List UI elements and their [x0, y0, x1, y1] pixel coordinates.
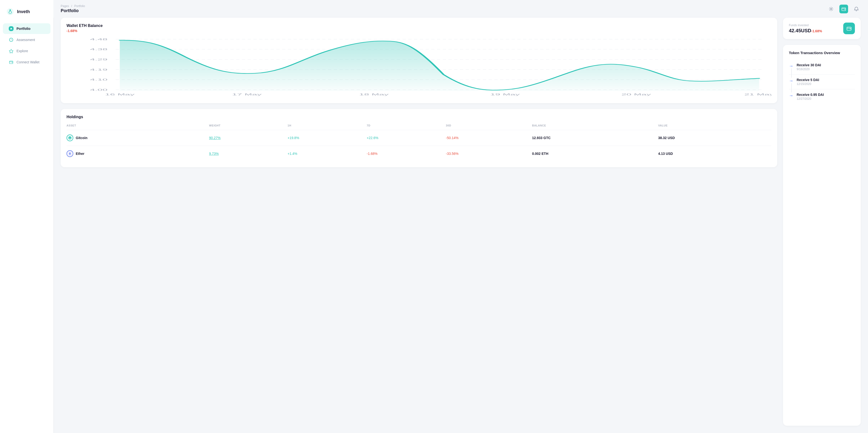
funds-info: Funds invested 42.45USD-1.68% — [789, 24, 822, 33]
transactions-list: → Receive 30 DAI 9/16/2020 → Receive 5 D… — [789, 60, 855, 104]
svg-text:4.48: 4.48 — [90, 38, 107, 41]
holdings-card: Holdings ASSET WEIGHT 1H 7D 30D BALANCE … — [61, 109, 777, 167]
wallet-button[interactable] — [839, 5, 848, 13]
svg-rect-7 — [842, 8, 846, 11]
header-actions — [827, 5, 861, 13]
page-header: Pages / Portfolio Portfolio — [53, 0, 868, 18]
transaction-item: → Receive 30 DAI 9/16/2020 — [789, 60, 855, 74]
svg-text:21 May: 21 May — [744, 93, 771, 96]
sidebar-item-assessment[interactable]: ? Assessment — [3, 34, 51, 45]
left-column: Wallet ETH Balance -1.68% 4.48 — [61, 18, 777, 426]
sidebar-label-portfolio: Portfolio — [17, 27, 31, 31]
col-weight: WEIGHT — [209, 124, 287, 130]
tx-info-3: Receive 0.95 DAI 12/27/2020 — [797, 93, 824, 100]
sidebar-item-connect-wallet[interactable]: Connect Wallet — [3, 57, 51, 67]
svg-text:4.29: 4.29 — [90, 58, 107, 61]
chart-card: Wallet ETH Balance -1.68% 4.48 — [61, 18, 777, 103]
content-area: Wallet ETH Balance -1.68% 4.48 — [53, 18, 868, 433]
transaction-item: → Receive 0.95 DAI 12/27/2020 — [789, 89, 855, 104]
funds-card: Funds invested 42.45USD-1.68% — [783, 18, 861, 39]
col-asset: ASSET — [66, 124, 209, 130]
table-row: G Gitcoin 90.27% +19.8% +22.6% -50.14% 1… — [66, 130, 771, 146]
svg-point-0 — [7, 8, 13, 15]
col-7d: 7D — [367, 124, 446, 130]
col-balance: BALANCE — [532, 124, 658, 130]
funds-value: 42.45USD-1.68% — [789, 28, 822, 33]
notifications-button[interactable] — [852, 5, 861, 13]
logo-area: Inveth — [0, 5, 53, 23]
transactions-title: Token Transactions Overview — [789, 51, 855, 55]
settings-button[interactable] — [827, 5, 835, 13]
holdings-title: Holdings — [66, 115, 771, 119]
main-content: Pages / Portfolio Portfolio — [53, 0, 868, 433]
arrow-icon-2: → — [789, 79, 793, 84]
svg-rect-5 — [12, 62, 12, 63]
svg-rect-8 — [844, 9, 845, 10]
svg-text:4.38: 4.38 — [90, 48, 107, 51]
col-1h: 1H — [288, 124, 367, 130]
tx-info-1: Receive 30 DAI 9/16/2020 — [797, 63, 821, 71]
sidebar-label-explore: Explore — [17, 49, 28, 53]
arrow-icon-1: → — [789, 64, 793, 69]
chart-area: 4.48 4.38 4.29 4.19 4.10 4.00 — [66, 37, 771, 97]
app-name: Inveth — [17, 9, 30, 14]
funds-wallet-button[interactable] — [843, 23, 855, 34]
svg-text:19 May: 19 May — [490, 93, 520, 96]
assessment-icon: ? — [9, 37, 13, 42]
svg-text:4.19: 4.19 — [90, 68, 107, 71]
svg-point-1 — [10, 9, 11, 11]
tx-info-2: Receive 5 DAI 12/15/2020 — [797, 78, 819, 86]
svg-rect-32 — [850, 29, 850, 29]
funds-label: Funds invested — [789, 24, 822, 27]
svg-text:20 May: 20 May — [621, 93, 651, 96]
svg-point-6 — [831, 8, 832, 9]
chart-change: -1.68% — [66, 29, 771, 33]
svg-rect-4 — [9, 61, 13, 64]
svg-marker-29 — [69, 152, 71, 154]
logo-icon — [6, 7, 14, 16]
explore-icon — [9, 49, 13, 53]
right-column: Funds invested 42.45USD-1.68% — [783, 18, 861, 426]
svg-text:16 May: 16 May — [105, 93, 135, 96]
asset-cell-ether: Ether — [66, 150, 209, 157]
home-icon — [9, 26, 13, 31]
sidebar-label-assessment: Assessment — [17, 38, 35, 42]
transaction-item: → Receive 5 DAI 12/15/2020 — [789, 74, 855, 89]
sidebar-label-connect-wallet: Connect Wallet — [17, 60, 39, 64]
gitcoin-icon: G — [66, 134, 73, 141]
table-row: Ether 9.73% +1.4% -1.68% -33.56% 0.002 E… — [66, 146, 771, 162]
sidebar-item-portfolio[interactable]: Portfolio — [3, 23, 51, 34]
sidebar-item-explore[interactable]: Explore — [3, 45, 51, 56]
svg-rect-31 — [847, 27, 851, 30]
chart-title: Wallet ETH Balance — [66, 24, 771, 28]
arrow-icon-3: → — [789, 93, 793, 98]
svg-text:4.00: 4.00 — [90, 88, 107, 91]
svg-text:17 May: 17 May — [232, 93, 262, 96]
svg-text:?: ? — [10, 39, 12, 41]
sidebar: Inveth Portfolio ? Assessment — [0, 0, 53, 433]
wallet-nav-icon — [9, 60, 13, 65]
breadcrumb-path: Pages / Portfolio — [61, 4, 85, 8]
transactions-card: Token Transactions Overview → Receive 30… — [783, 45, 861, 426]
svg-text:G: G — [69, 137, 71, 139]
breadcrumb: Pages / Portfolio Portfolio — [61, 4, 85, 13]
col-30d: 30D — [446, 124, 532, 130]
svg-text:4.10: 4.10 — [90, 78, 107, 81]
sidebar-nav: Portfolio ? Assessment Explore — [0, 23, 53, 68]
col-value: VALUE — [658, 124, 771, 130]
page-title: Portfolio — [61, 8, 85, 13]
svg-text:18 May: 18 May — [359, 93, 389, 96]
ether-icon — [66, 150, 73, 157]
asset-cell-gitcoin: G Gitcoin — [66, 134, 209, 141]
holdings-table: ASSET WEIGHT 1H 7D 30D BALANCE VALUE — [66, 124, 771, 161]
